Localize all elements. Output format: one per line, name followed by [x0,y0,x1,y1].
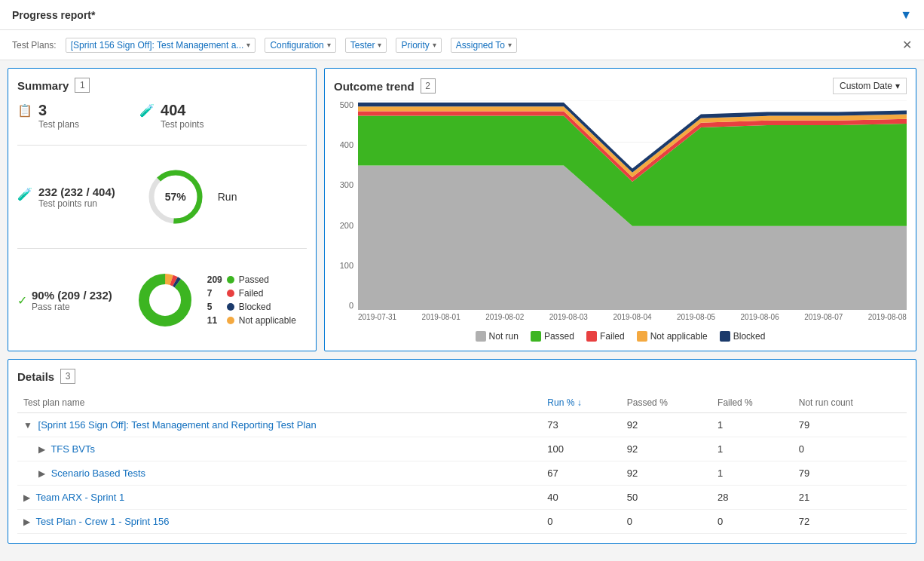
x-label-6: 2019-08-06 [741,313,779,325]
run-label: Run [218,191,237,203]
run-section: 57% Run [145,161,237,233]
app-title: Progress report* [12,9,95,21]
close-button[interactable]: ✕ [902,38,912,52]
passed-pct-cell: 92 [621,413,711,437]
y-axis: 500 400 300 200 100 0 [334,100,358,325]
not-run-legend-label: Not run [489,331,519,342]
failed-pct-cell: 1 [711,413,793,437]
plan-name-cell: ▶ Team ARX - Sprint 1 [17,486,541,510]
not-run-count-cell: 0 [793,437,907,461]
plan-name-cell: ▼ [Sprint 156 Sign Off]: Test Management… [17,413,541,437]
details-table-header: Test plan name Run % ↓ Passed % Failed %… [17,393,907,413]
test-points-run-count: 232 (232 / 404) [38,185,115,198]
col-not-run-count: Not run count [793,393,907,413]
failed-dot [227,290,234,297]
donut-chart [135,270,195,330]
chevron-down-icon: ▾ [895,81,900,91]
not-run-count-cell: 79 [793,461,907,486]
col-run-pct[interactable]: Run % ↓ [541,393,620,413]
sort-icon: ↓ [577,397,582,408]
not-applicable-legend-label: Not applicable [650,331,708,342]
table-row: ▶ TFS BVTs 100 92 1 0 [17,437,907,461]
legend-not-applicable-chart: Not applicable [637,331,708,342]
details-table: Test plan name Run % ↓ Passed % Failed %… [17,393,907,534]
col-passed-pct: Passed % [621,393,711,413]
x-label-2: 2019-08-02 [485,313,524,325]
expand-icon[interactable]: ▶ [23,517,30,527]
not-run-count-cell: 21 [793,486,907,510]
passed-label: Passed [239,274,269,285]
test-points-run-stat: 🧪 232 (232 / 404) Test points run [17,185,115,209]
x-label-3: 2019-08-03 [549,313,588,325]
chevron-down-icon: ▾ [433,41,436,49]
outcome-panel: Outcome trend 2 Custom Date ▾ 500 400 30… [324,68,916,351]
test-points-stat: 🧪 404 Test points [139,102,203,130]
summary-panel: Summary 1 📋 3 Test plans 🧪 [8,68,317,351]
x-label-7: 2019-08-07 [804,313,843,325]
failed-pct-cell: 1 [711,461,793,486]
blocked-legend-label: Blocked [733,331,766,342]
failed-legend-label: Failed [600,331,625,342]
pass-rate-value: 90% (209 / 232) [32,289,112,302]
stat-row-3: ✓ 90% (209 / 232) Pass rate [17,264,307,336]
details-panel: Details 3 Test plan name Run % ↓ Passed … [8,359,916,544]
legend-failed: 7 Failed [207,288,296,299]
plan-name-link[interactable]: Team ARX - Sprint 1 [35,492,124,503]
chevron-down-icon: ▾ [327,41,331,49]
table-row: ▶ Test Plan - Crew 1 - Sprint 156 0 0 0 … [17,510,907,534]
chart-body: 2019-07-31 2019-08-01 2019-08-02 2019-08… [358,100,907,325]
x-label-1: 2019-08-01 [422,313,460,325]
stacked-chart [358,100,907,310]
test-points-label: Test points [161,119,203,130]
plan-name-link[interactable]: Test Plan - Crew 1 - Sprint 156 [35,516,169,527]
custom-date-button[interactable]: Custom Date ▾ [833,78,907,94]
filter-assigned-to-chip[interactable]: Assigned To ▾ [451,38,517,53]
filter-test-plans-value: [Sprint 156 Sign Off]: Test Management a… [71,40,244,51]
test-plans-icon: 📋 [17,103,32,118]
legend-failed-chart: Failed [586,331,625,342]
app-header: Progress report* ▼ [0,0,924,30]
test-plans-count: 3 [38,102,79,119]
not-applicable-dot [227,317,234,324]
table-row: ▶ Scenario Based Tests 67 92 1 79 [17,461,907,486]
filter-icon[interactable]: ▼ [900,8,912,22]
blocked-count: 5 [207,302,222,312]
pass-rate-stat: ✓ 90% (209 / 232) Pass rate [17,289,112,312]
passed-count: 209 [207,274,222,285]
not-applicable-label: Not applicable [239,315,296,326]
y-label-300: 300 [340,180,353,189]
not-run-swatch [476,331,486,342]
expand-icon[interactable]: ▼ [23,420,32,431]
details-number: 3 [60,369,75,384]
expand-icon[interactable]: ▶ [38,468,45,479]
plan-name-link[interactable]: TFS BVTs [50,443,95,455]
expand-icon[interactable]: ▶ [38,444,45,455]
filter-bar: Test Plans: [Sprint 156 Sign Off]: Test … [0,30,924,60]
run-pct-cell: 67 [541,461,620,486]
outcome-title: Outcome trend [334,80,415,93]
chart-legend: Not run Passed Failed Not applicable [334,325,907,342]
plan-name-link[interactable]: Scenario Based Tests [51,468,146,479]
main-content: Summary 1 📋 3 Test plans 🧪 [0,60,924,551]
passed-legend-label: Passed [544,331,574,342]
test-points-run-icon: 🧪 [17,187,32,201]
custom-date-label: Custom Date [840,81,892,91]
failed-pct-cell: 0 [711,510,793,534]
test-points-count: 404 [161,102,203,119]
summary-stats: 📋 3 Test plans 🧪 404 Test points [17,102,307,336]
expand-icon[interactable]: ▶ [23,492,30,503]
col-plan-name: Test plan name [17,393,541,413]
filter-test-plans-label: Test Plans: [12,40,57,51]
filter-configuration-chip[interactable]: Configuration ▾ [265,38,335,53]
x-label-0: 2019-07-31 [358,313,396,325]
x-axis: 2019-07-31 2019-08-01 2019-08-02 2019-08… [358,310,907,325]
top-row: Summary 1 📋 3 Test plans 🧪 [8,68,916,351]
y-label-200: 200 [340,221,353,230]
not-run-count-cell: 79 [793,413,907,437]
chevron-down-icon: ▾ [246,41,250,49]
filter-priority-chip[interactable]: Priority ▾ [396,38,441,53]
filter-test-plans-chip[interactable]: [Sprint 156 Sign Off]: Test Management a… [66,38,256,53]
plan-name-link[interactable]: [Sprint 156 Sign Off]: Test Management a… [38,419,317,431]
filter-tester-chip[interactable]: Tester ▾ [345,38,387,53]
y-label-500: 500 [340,100,353,109]
